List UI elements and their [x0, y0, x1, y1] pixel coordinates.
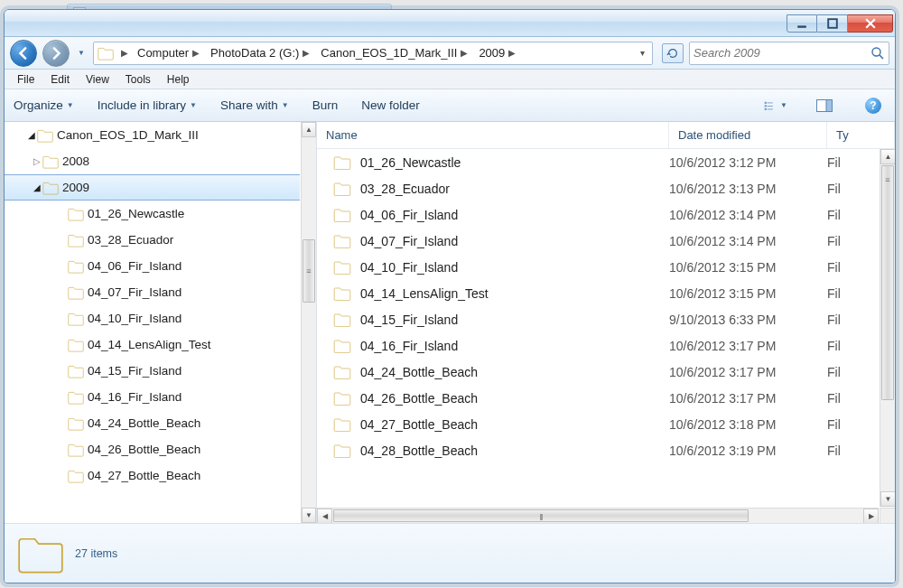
- scroll-right-button[interactable]: ▶: [863, 509, 879, 523]
- tree-item[interactable]: 04_24_Bottle_Beach: [5, 410, 300, 436]
- file-type: Fil: [827, 286, 879, 301]
- tree-item[interactable]: 04_06_Fir_Island: [5, 253, 300, 279]
- column-header-date[interactable]: Date modified: [669, 122, 827, 148]
- folder-icon: [333, 260, 351, 275]
- scroll-up-button[interactable]: ▲: [302, 122, 316, 137]
- tree-scrollbar[interactable]: ▲ ▼: [301, 122, 316, 523]
- breadcrumb-drive[interactable]: PhotoData 2 (G:)▶: [205, 42, 315, 64]
- close-button[interactable]: [848, 14, 893, 33]
- svg-rect-7: [765, 107, 767, 109]
- share-with-button[interactable]: Share with▼: [220, 98, 289, 112]
- tree-item-label: 04_27_Bottle_Beach: [88, 469, 200, 482]
- search-input[interactable]: [694, 46, 870, 60]
- file-row[interactable]: 04_15_Fir_Island 9/10/2013 6:33 PM Fil: [317, 306, 879, 332]
- file-name: 04_26_Bottle_Beach: [360, 391, 478, 406]
- file-row[interactable]: 04_24_Bottle_Beach 10/6/2012 3:17 PM Fil: [317, 359, 879, 385]
- file-row[interactable]: 04_16_Fir_Island 10/6/2012 3:17 PM Fil: [317, 332, 879, 359]
- file-row[interactable]: 04_07_Fir_Island 10/6/2012 3:14 PM Fil: [317, 228, 879, 254]
- tree-item[interactable]: 04_16_Fir_Island: [5, 384, 300, 410]
- breadcrumb-year[interactable]: 2009▶: [473, 42, 521, 64]
- folder-icon: [68, 390, 84, 405]
- folder-icon: [333, 443, 351, 458]
- minimize-button[interactable]: [787, 14, 817, 33]
- command-toolbar: Organize▼ Include in library▼ Share with…: [5, 89, 895, 122]
- tree-item[interactable]: 04_26_Bottle_Beach: [5, 436, 300, 462]
- file-list-pane: Name Date modified Ty 01_26_Newcastle 10…: [317, 122, 895, 523]
- folder-icon: [68, 312, 84, 326]
- list-horizontal-scrollbar[interactable]: ◀ ▶: [317, 508, 879, 523]
- tree-item-2009[interactable]: ◢ 2009: [5, 174, 300, 201]
- column-header-name[interactable]: Name: [317, 122, 669, 148]
- tree-item[interactable]: 04_14_LensAlign_Test: [5, 331, 300, 358]
- view-mode-button[interactable]: ▼: [763, 96, 788, 116]
- file-date: 10/6/2012 3:13 PM: [669, 182, 827, 196]
- collapse-icon[interactable]: ◢: [26, 130, 37, 140]
- scroll-thumb[interactable]: [881, 165, 894, 400]
- file-row[interactable]: 04_14_LensAlign_Test 10/6/2012 3:15 PM F…: [317, 280, 879, 306]
- file-name: 04_06_Fir_Island: [360, 208, 458, 222]
- column-headers: Name Date modified Ty: [317, 122, 895, 149]
- menu-file[interactable]: File: [10, 71, 42, 88]
- menu-edit[interactable]: Edit: [43, 71, 77, 88]
- breadcrumb-camera[interactable]: Canon_EOS_1D_Mark_III▶: [315, 42, 473, 64]
- tree-item[interactable]: 04_15_Fir_Island: [5, 358, 300, 384]
- tree-item-label: 01_26_Newcastle: [88, 207, 184, 220]
- file-name: 04_24_Bottle_Beach: [360, 365, 478, 379]
- titlebar[interactable]: [5, 10, 895, 37]
- new-folder-button[interactable]: New folder: [361, 98, 420, 112]
- menu-tools[interactable]: Tools: [118, 71, 158, 88]
- tree-item-label: 04_16_Fir_Island: [88, 390, 182, 404]
- file-row[interactable]: 01_26_Newcastle 10/6/2012 3:12 PM Fil: [317, 149, 879, 175]
- maximize-icon: [827, 18, 838, 29]
- file-row[interactable]: 04_10_Fir_Island 10/6/2012 3:15 PM Fil: [317, 254, 879, 280]
- preview-pane-button[interactable]: [812, 96, 837, 116]
- preview-pane-icon: [816, 99, 833, 112]
- navigation-tree: ◢ Canon_EOS_1D_Mark_III ▷ 2008 ◢ 2009 01…: [5, 122, 317, 523]
- tree-item[interactable]: 04_27_Bottle_Beach: [5, 462, 300, 489]
- menu-help[interactable]: Help: [160, 71, 197, 88]
- chevron-right-icon[interactable]: ▶: [117, 48, 132, 58]
- folder-icon: [68, 416, 84, 431]
- file-row[interactable]: 04_06_Fir_Island 10/6/2012 3:14 PM Fil: [317, 201, 879, 228]
- include-in-library-button[interactable]: Include in library▼: [98, 98, 197, 112]
- tree-item[interactable]: 01_26_Newcastle: [5, 201, 300, 227]
- tree-item[interactable]: 03_28_Ecuador: [5, 227, 300, 253]
- breadcrumb-overflow-dropdown[interactable]: ▾: [637, 48, 648, 58]
- file-row[interactable]: 03_28_Ecuador 10/6/2012 3:13 PM Fil: [317, 175, 879, 201]
- history-dropdown[interactable]: ▼: [75, 42, 88, 65]
- tree-item-camera[interactable]: ◢ Canon_EOS_1D_Mark_III: [5, 122, 300, 148]
- forward-button[interactable]: [42, 40, 70, 67]
- menu-view[interactable]: View: [79, 71, 116, 88]
- folder-icon: [68, 364, 84, 378]
- tree-item-2008[interactable]: ▷ 2008: [5, 148, 300, 174]
- file-name: 04_15_Fir_Island: [360, 313, 458, 327]
- tree-item[interactable]: 04_07_Fir_Island: [5, 279, 300, 305]
- organize-button[interactable]: Organize▼: [14, 98, 74, 112]
- scroll-thumb[interactable]: [303, 239, 315, 303]
- scroll-down-button[interactable]: ▼: [880, 491, 895, 507]
- help-button[interactable]: ?: [861, 96, 886, 116]
- file-row[interactable]: 04_28_Bottle_Beach 10/6/2012 3:19 PM Fil: [317, 437, 879, 463]
- expand-icon[interactable]: ▷: [32, 156, 42, 166]
- burn-button[interactable]: Burn: [312, 98, 339, 112]
- scroll-left-button[interactable]: ◀: [317, 509, 332, 523]
- list-vertical-scrollbar[interactable]: ▲ ▼: [880, 149, 895, 507]
- file-name: 01_26_Newcastle: [360, 155, 461, 170]
- refresh-button[interactable]: [662, 43, 684, 63]
- tree-item-label: 04_15_Fir_Island: [88, 364, 182, 378]
- scroll-up-button[interactable]: ▲: [880, 149, 895, 164]
- search-box[interactable]: [689, 42, 889, 65]
- tree-item[interactable]: 04_10_Fir_Island: [5, 305, 300, 331]
- address-breadcrumb[interactable]: ▶ Computer▶ PhotoData 2 (G:)▶ Canon_EOS_…: [93, 42, 653, 65]
- file-row[interactable]: 04_26_Bottle_Beach 10/6/2012 3:17 PM Fil: [317, 385, 879, 411]
- scroll-thumb[interactable]: [333, 509, 749, 522]
- breadcrumb-computer[interactable]: Computer▶: [132, 42, 205, 64]
- scroll-down-button[interactable]: ▼: [302, 508, 316, 523]
- maximize-button[interactable]: [817, 14, 848, 33]
- collapse-icon[interactable]: ◢: [32, 182, 42, 192]
- file-row[interactable]: 04_27_Bottle_Beach 10/6/2012 3:18 PM Fil: [317, 411, 879, 437]
- svg-rect-10: [826, 99, 833, 111]
- back-button[interactable]: [10, 40, 37, 67]
- file-type: Fil: [827, 417, 879, 432]
- column-header-type[interactable]: Ty: [827, 122, 895, 148]
